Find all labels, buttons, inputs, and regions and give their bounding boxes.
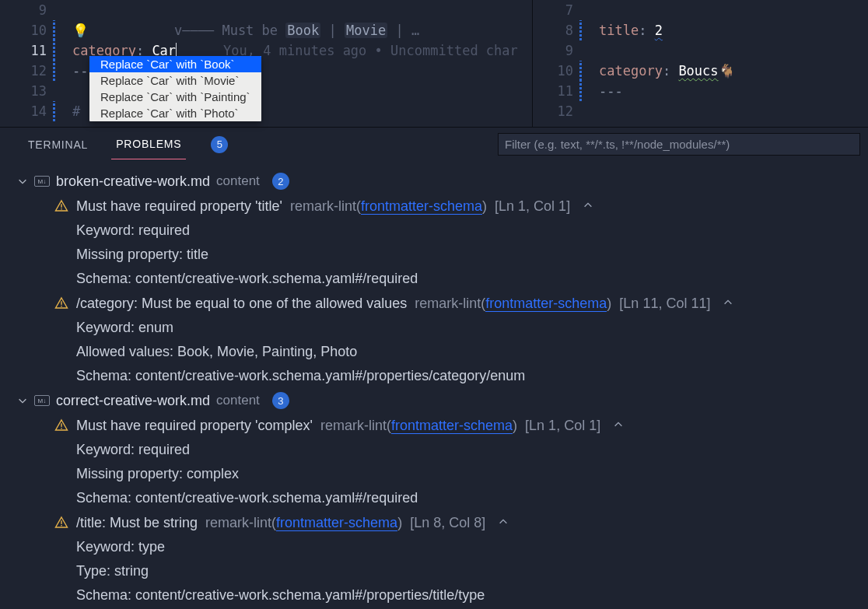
file-problem-count-badge: 3 [272,392,289,409]
problem-location: [Ln 8, Col 8] [410,515,485,531]
problem-item[interactable]: Must have required property 'complex' re… [17,413,868,438]
problems-file-row[interactable]: M↓ correct-creative-work.md content 3 [17,388,868,413]
quickfix-item[interactable]: Replace `Car` with `Photo` [89,105,261,121]
svg-rect-2 [61,301,61,305]
problems-list[interactable]: M↓ broken-creative-work.md content 2 Mus… [0,161,868,608]
problem-source: remark-lint(frontmatter-schema) [320,418,517,434]
problem-location: [Ln 1, Col 1] [495,198,570,215]
problem-detail: Allowed values: Book, Movie, Painting, P… [17,340,868,364]
quickfix-item[interactable]: Replace `Car` with `Movie` [89,72,261,89]
svg-rect-7 [61,525,61,526]
git-blame-annotation: You, 4 minutes ago • Uncommitted char [223,43,518,58]
line-number: 9 [0,2,53,18]
svg-rect-1 [61,208,61,209]
svg-rect-5 [61,428,61,429]
quickfix-menu: Replace `Car` with `Book` Replace `Car` … [89,56,261,121]
problem-item[interactable]: Must have required property 'title' rema… [17,194,868,219]
svg-rect-6 [61,520,61,524]
problem-detail: Schema: content/creative-work.schema.yam… [17,267,868,291]
tab-problems[interactable]: PROBLEMS [111,129,186,159]
chevron-down-icon[interactable] [17,176,28,187]
problems-count-badge: 5 [211,136,228,153]
problem-rule-link[interactable]: frontmatter-schema [485,296,607,312]
line-number: 12 [0,63,53,79]
problems-filter-input[interactable] [498,133,860,156]
yaml-key: title [599,23,639,38]
problems-file-name: broken-creative-work.md [56,173,210,190]
problem-detail: Keyword: required [17,219,868,243]
yaml-key: category [599,63,663,79]
problems-file-row[interactable]: M↓ broken-creative-work.md content 2 [17,169,868,194]
chevron-up-icon[interactable] [498,515,509,531]
line-number: 7 [533,2,579,18]
problem-message: Must have required property 'complex' [76,418,313,434]
file-problem-count-badge: 2 [272,173,289,190]
problem-detail: Schema: content/creative-work.schema.yam… [17,583,868,607]
problem-location: [Ln 11, Col 11] [619,296,710,312]
problem-rule-link[interactable]: frontmatter-schema [391,418,513,434]
chevron-down-icon[interactable] [17,395,28,406]
chevron-up-icon[interactable] [583,198,593,215]
markdown-file-icon: M↓ [34,395,50,406]
warning-icon [54,296,68,310]
svg-rect-0 [61,204,61,208]
problem-message: /category: Must be equal to one of the a… [76,296,407,312]
problems-file-dir: content [216,393,260,408]
quickfix-item[interactable]: Replace `Car` with `Painting` [89,89,261,105]
problem-message: /title: Must be string [76,515,198,531]
problems-file-name: correct-creative-work.md [56,393,210,409]
problems-file-dir: content [216,173,260,189]
bottom-panel: TERMINAL PROBLEMS 5 M↓ broken-creative-w… [0,127,868,608]
line-number: 8 [533,23,579,38]
markdown-file-icon: M↓ [34,176,50,187]
problem-source: remark-lint(frontmatter-schema) [290,198,487,215]
problem-rule-link[interactable]: frontmatter-schema [276,515,397,531]
lightbulb-icon[interactable]: 💡 [72,23,89,38]
chevron-up-icon[interactable] [723,296,733,312]
svg-rect-4 [61,423,61,427]
panel-tabs: TERMINAL PROBLEMS 5 [0,128,868,161]
editor-left[interactable]: 9 10 💡 v———— Must be Book | Movie | … 11… [0,0,533,127]
quickfix-item[interactable]: Replace `Car` with `Book` [89,56,261,72]
problem-detail: Keyword: enum [17,316,868,340]
warning-icon [54,199,68,213]
editor-split: 9 10 💡 v———— Must be Book | Movie | … 11… [0,0,868,127]
line-number: 13 [0,83,53,99]
line-number: 12 [533,103,579,119]
hint-text: v———— Must be Book | Movie | … [174,23,419,38]
problem-detail: Missing property: title [17,243,868,267]
warning-icon [54,516,68,530]
problem-detail: Type: string [17,559,868,583]
problem-source: remark-lint(frontmatter-schema) [205,515,402,531]
line-number: 10 [0,23,53,38]
line-number: 10 [533,63,579,79]
problem-rule-link[interactable]: frontmatter-schema [361,198,482,215]
yaml-value: 2 [655,23,663,38]
problem-detail: Keyword: type [17,535,868,559]
problem-item[interactable]: /category: Must be equal to one of the a… [17,291,868,316]
tab-terminal[interactable]: TERMINAL [23,130,93,159]
problem-detail: Schema: content/creative-work.schema.yam… [17,486,868,510]
problem-detail: Schema: content/creative-work.schema.yam… [17,364,868,388]
svg-rect-3 [61,306,61,306]
editor-right[interactable]: 7 8 title: 2 9 10 category: Boucs 🐐 11 -… [533,0,868,127]
chevron-up-icon[interactable] [613,418,624,434]
problem-source: remark-lint(frontmatter-schema) [415,296,611,312]
line-number: 9 [533,43,579,58]
problem-detail: Keyword: required [17,438,868,462]
problem-detail: Missing property: complex [17,462,868,486]
line-number: 11 [533,83,579,99]
problem-item[interactable]: /title: Must be string remark-lint(front… [17,510,868,535]
line-number: 14 [0,103,53,119]
warning-icon [54,418,68,432]
line-number: 11 [0,43,53,58]
problem-message: Must have required property 'title' [76,198,282,215]
goat-emoji: 🐐 [719,63,735,79]
problem-location: [Ln 1, Col 1] [525,418,600,434]
yaml-value: Boucs [678,63,718,79]
